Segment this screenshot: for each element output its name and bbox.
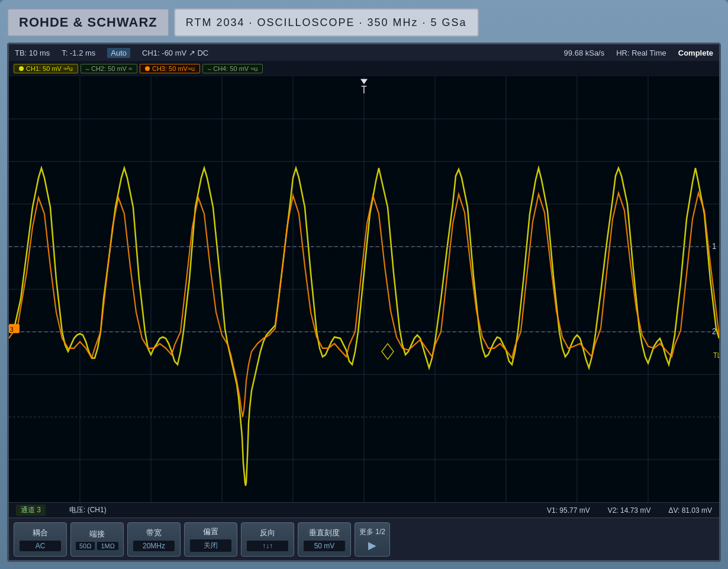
vertical-scale-label: 垂直刻度 <box>309 528 340 538</box>
vertical-scale-button[interactable]: 垂直刻度 50 mV <box>298 522 351 557</box>
waveform-svg: T 1 2 TL 3 <box>9 76 719 502</box>
bottom-controls: 耦合 AC 端接 50Ω 1MΩ 带宽 20MHz 偏置 关闭 反向 ↑↓↑ <box>9 518 719 560</box>
trigger-ch-status: CH1: -60 mV ↗ DC <box>142 49 208 57</box>
ch1-tag[interactable]: CH1: 50 mV ≈²u <box>14 64 78 73</box>
invert-button[interactable]: 反向 ↑↓↑ <box>241 522 294 557</box>
top-bar: ROHDE & SCHWARZ RTM 2034 · OSCILLOSCOPE … <box>7 7 721 38</box>
hr-status: HR: Real Time <box>616 49 666 57</box>
svg-text:T: T <box>361 84 367 96</box>
coupling-label: 耦合 <box>33 528 48 538</box>
ch4-label: – CH4: 50 mV ≈u <box>208 65 257 72</box>
coupling-value: AC <box>20 541 61 551</box>
termination-value2: 1MΩ <box>97 542 118 550</box>
waveform-area: T 1 2 TL 3 <box>9 76 719 502</box>
v1-measurement: V1: 95.77 mV <box>547 506 590 515</box>
model-text: RTM 2034 · OSCILLOSCOPE · 350 MHz · 5 GS… <box>186 17 467 29</box>
brand-name: ROHDE & SCHWARZ <box>19 15 157 30</box>
complete-status: Complete <box>678 49 713 57</box>
termination-button[interactable]: 端接 50Ω 1MΩ <box>70 522 124 557</box>
ch3-dot <box>145 66 150 71</box>
invert-value: ↑↓↑ <box>247 541 288 551</box>
svg-text:3: 3 <box>10 326 14 334</box>
bandwidth-value: 20MHz <box>133 541 175 551</box>
sample-rate-status: 99.68 kSa/s <box>564 49 605 57</box>
timebase-status: TB: 10 ms <box>15 49 50 57</box>
ch2-tag[interactable]: – CH2: 50 mV ≈ <box>80 64 137 73</box>
termination-value1: 50Ω <box>76 542 95 550</box>
bandwidth-button[interactable]: 带宽 20MHz <box>127 522 181 557</box>
invert-label: 反向 <box>260 528 275 538</box>
bandwidth-label: 带宽 <box>146 528 162 538</box>
ch3-tag[interactable]: CH3: 50 mV≈u <box>140 64 200 73</box>
ch4-tag[interactable]: – CH4: 50 mV ≈u <box>202 64 263 73</box>
oscilloscope-body: ROHDE & SCHWARZ RTM 2034 · OSCILLOSCOPE … <box>0 0 728 569</box>
termination-label: 端接 <box>89 529 105 539</box>
ch2-label: – CH2: 50 mV ≈ <box>86 65 132 72</box>
dv-measurement: ΔV: 81.03 mV <box>668 506 712 515</box>
screen-area: TB: 10 ms T: -1.2 ms Auto CH1: -60 mV ↗ … <box>7 43 721 562</box>
svg-text:1: 1 <box>712 242 716 251</box>
offset-button[interactable]: 偏置 关闭 <box>184 522 237 557</box>
svg-text:TL: TL <box>713 351 719 360</box>
v2-measurement: V2: 14.73 mV <box>608 506 651 515</box>
coupling-button[interactable]: 耦合 AC <box>14 522 67 557</box>
offset-label: 偏置 <box>203 526 218 537</box>
more-label: 更多 1/2 <box>359 527 385 537</box>
voltage-label: 电压: (CH1) <box>69 505 107 515</box>
trigger-time-status: T: -1.2 ms <box>62 49 95 57</box>
ch1-label: CH1: 50 mV ≈²u <box>26 65 73 72</box>
svg-marker-25 <box>382 344 394 360</box>
channel-label: 通道 3 <box>16 505 46 516</box>
arrow-right-icon: ▶ <box>368 539 376 552</box>
ch1-dot <box>19 66 24 71</box>
brand-logo: ROHDE & SCHWARZ <box>7 8 169 37</box>
svg-marker-21 <box>360 79 368 84</box>
trigger-mode-status: Auto <box>107 48 130 58</box>
ch3-label: CH3: 50 mV≈u <box>152 65 195 72</box>
status-bar: TB: 10 ms T: -1.2 ms Auto CH1: -60 mV ↗ … <box>9 44 719 61</box>
measurement-bar: 通道 3 电压: (CH1) V1: 95.77 mV V2: 14.73 mV… <box>9 502 719 518</box>
svg-text:2: 2 <box>712 327 716 337</box>
channel-bar: CH1: 50 mV ≈²u – CH2: 50 mV ≈ CH3: 50 mV… <box>9 61 719 76</box>
vertical-scale-value: 50 mV <box>304 541 345 551</box>
model-info: RTM 2034 · OSCILLOSCOPE · 350 MHz · 5 GS… <box>174 8 479 37</box>
offset-value: 关闭 <box>190 539 231 552</box>
more-button[interactable]: 更多 1/2 ▶ <box>355 522 390 557</box>
